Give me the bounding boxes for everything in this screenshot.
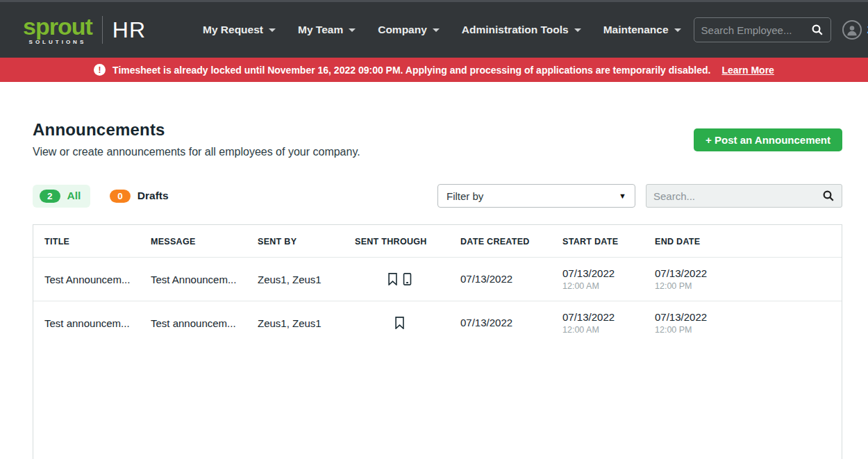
exclamation-circle-icon: ! [94, 64, 106, 76]
cell-title[interactable]: Test Announcem... [33, 258, 140, 301]
dropdown-arrow-icon: ▼ [619, 192, 626, 200]
controls-row: 2 All 0 Drafts Filter by ▼ [33, 184, 842, 208]
tab-all[interactable]: 2 All [33, 185, 90, 208]
cell-title[interactable]: Test announcem... [33, 301, 140, 344]
start-date-value: 07/13/2022 [562, 311, 638, 324]
learn-more-link[interactable]: Learn More [721, 65, 774, 76]
announcement-search-input[interactable] [653, 190, 822, 202]
logo-sub-text: SOLUTIONS [29, 40, 87, 45]
avatar-icon [842, 20, 862, 40]
page-title: Announcements [33, 120, 360, 140]
nav-item-company[interactable]: Company [378, 24, 440, 36]
sprout-logo: sprout SOLUTIONS [23, 15, 92, 45]
table-row[interactable]: Test Announcem... Test Announcem... Zeus… [33, 257, 842, 301]
col-header-message: MESSAGE [140, 225, 247, 257]
cell-message: Test announcem... [140, 301, 247, 344]
main-content: Announcements View or create announcemen… [0, 120, 868, 459]
logo-main-text: sprout [23, 15, 92, 38]
start-time-value: 12:00 AM [562, 281, 638, 291]
chevron-down-icon [349, 28, 356, 32]
date-created-value: 07/13/2022 [460, 273, 546, 285]
employee-search-input[interactable] [701, 24, 811, 36]
cell-start-date: 07/13/2022 12:00 AM [551, 301, 644, 344]
nav-label: Company [378, 24, 427, 36]
product-name: HR [112, 17, 146, 43]
col-header-title: TITLE [33, 225, 140, 257]
top-navbar: sprout SOLUTIONS HR My Request My Team C… [0, 0, 868, 58]
search-icon[interactable] [822, 190, 835, 202]
cell-sent-by: Zeus1, Zeus1 [247, 301, 344, 344]
nav-item-maintenance[interactable]: Maintenance [603, 24, 681, 36]
cell-message: Test Announcem... [140, 258, 247, 301]
date-created-value: 07/13/2022 [460, 317, 546, 329]
cell-sent-through [344, 258, 449, 301]
tab-all-label: All [67, 190, 81, 202]
user-menu[interactable]: Zeus1 [842, 20, 868, 40]
col-header-date-created: DATE CREATED [449, 225, 551, 257]
mobile-phone-icon [403, 273, 412, 285]
bookmark-icon [387, 273, 398, 285]
nav-item-my-request[interactable]: My Request [203, 24, 276, 36]
cell-date-created: 07/13/2022 [449, 258, 551, 301]
drafts-count-badge: 0 [110, 190, 131, 203]
cell-sent-through [344, 301, 449, 344]
page-header: Announcements View or create announcemen… [33, 120, 842, 158]
search-icon[interactable] [811, 24, 824, 36]
logo-divider [102, 16, 103, 44]
chevron-down-icon [269, 28, 276, 32]
col-header-end-date: END DATE [644, 225, 842, 257]
end-time-value: 12:00 PM [655, 281, 836, 291]
right-controls: Filter by ▼ [437, 184, 842, 208]
alert-banner: ! Timesheet is already locked until Nove… [0, 58, 868, 82]
table-header-row: TITLE MESSAGE SENT BY SENT THROUGH DATE … [33, 225, 842, 257]
post-announcement-button[interactable]: + Post an Announcement [694, 128, 842, 151]
nav-label: My Request [203, 24, 263, 36]
cell-start-date: 07/13/2022 12:00 AM [551, 258, 644, 301]
table-row[interactable]: Test announcem... Test announcem... Zeus… [33, 301, 842, 344]
page-subtitle: View or create announcements for all emp… [33, 146, 360, 158]
tab-drafts[interactable]: 0 Drafts [103, 185, 175, 208]
end-date-value: 07/13/2022 [655, 267, 836, 280]
cell-sent-by: Zeus1, Zeus1 [247, 258, 344, 301]
all-count-badge: 2 [40, 190, 60, 203]
cell-date-created: 07/13/2022 [449, 301, 551, 344]
brand-logo[interactable]: sprout SOLUTIONS HR [23, 15, 146, 45]
nav-item-administration-tools[interactable]: Administration Tools [462, 24, 581, 36]
filter-by-value: Filter by [446, 190, 483, 202]
chevron-down-icon [574, 28, 581, 32]
main-nav: My Request My Team Company Administratio… [203, 24, 681, 36]
col-header-sent-through: SENT THROUGH [344, 225, 449, 257]
banner-message: Timesheet is already locked until Novemb… [112, 65, 710, 76]
col-header-start-date: START DATE [551, 225, 644, 257]
filter-by-select[interactable]: Filter by ▼ [437, 184, 635, 208]
chevron-down-icon [433, 28, 440, 32]
employee-search-box [694, 17, 831, 42]
end-date-value: 07/13/2022 [655, 311, 836, 324]
tab-drafts-label: Drafts [137, 190, 169, 202]
end-time-value: 12:00 PM [655, 325, 836, 335]
col-header-sent-by: SENT BY [247, 225, 344, 257]
announcements-table: TITLE MESSAGE SENT BY SENT THROUGH DATE … [33, 224, 842, 459]
cell-end-date: 07/13/2022 12:00 PM [644, 258, 842, 301]
nav-label: Administration Tools [462, 24, 569, 36]
nav-item-my-team[interactable]: My Team [298, 24, 356, 36]
announcement-search-box [646, 184, 842, 208]
nav-label: Maintenance [603, 24, 669, 36]
start-time-value: 12:00 AM [562, 325, 638, 335]
chevron-down-icon [674, 28, 681, 32]
start-date-value: 07/13/2022 [562, 267, 638, 280]
cell-end-date: 07/13/2022 12:00 PM [644, 301, 842, 344]
title-block: Announcements View or create announcemen… [33, 120, 360, 158]
bookmark-icon [394, 317, 405, 329]
nav-label: My Team [298, 24, 343, 36]
